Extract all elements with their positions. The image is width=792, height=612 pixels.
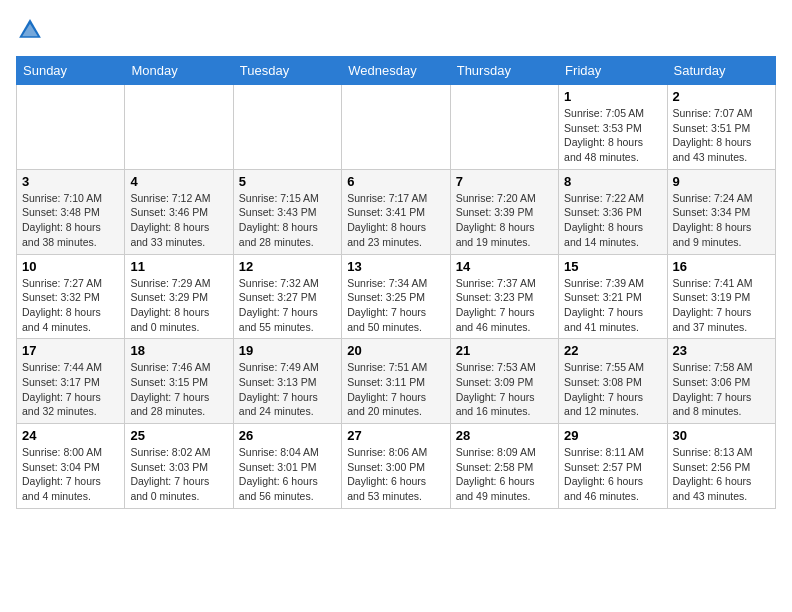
day-number: 13 bbox=[347, 259, 444, 274]
day-number: 19 bbox=[239, 343, 336, 358]
logo bbox=[16, 16, 48, 44]
calendar-cell: 14Sunrise: 7:37 AMSunset: 3:23 PMDayligh… bbox=[450, 254, 558, 339]
column-header-saturday: Saturday bbox=[667, 57, 775, 85]
day-detail: Sunrise: 8:13 AMSunset: 2:56 PMDaylight:… bbox=[673, 445, 770, 504]
day-number: 29 bbox=[564, 428, 661, 443]
day-number: 21 bbox=[456, 343, 553, 358]
calendar-cell: 25Sunrise: 8:02 AMSunset: 3:03 PMDayligh… bbox=[125, 424, 233, 509]
day-detail: Sunrise: 7:34 AMSunset: 3:25 PMDaylight:… bbox=[347, 276, 444, 335]
day-detail: Sunrise: 7:51 AMSunset: 3:11 PMDaylight:… bbox=[347, 360, 444, 419]
day-detail: Sunrise: 7:12 AMSunset: 3:46 PMDaylight:… bbox=[130, 191, 227, 250]
day-number: 26 bbox=[239, 428, 336, 443]
day-detail: Sunrise: 8:02 AMSunset: 3:03 PMDaylight:… bbox=[130, 445, 227, 504]
day-detail: Sunrise: 7:46 AMSunset: 3:15 PMDaylight:… bbox=[130, 360, 227, 419]
calendar-cell: 3Sunrise: 7:10 AMSunset: 3:48 PMDaylight… bbox=[17, 169, 125, 254]
calendar-cell: 24Sunrise: 8:00 AMSunset: 3:04 PMDayligh… bbox=[17, 424, 125, 509]
day-number: 12 bbox=[239, 259, 336, 274]
day-number: 22 bbox=[564, 343, 661, 358]
day-detail: Sunrise: 8:11 AMSunset: 2:57 PMDaylight:… bbox=[564, 445, 661, 504]
day-detail: Sunrise: 7:15 AMSunset: 3:43 PMDaylight:… bbox=[239, 191, 336, 250]
calendar-cell: 27Sunrise: 8:06 AMSunset: 3:00 PMDayligh… bbox=[342, 424, 450, 509]
day-detail: Sunrise: 7:39 AMSunset: 3:21 PMDaylight:… bbox=[564, 276, 661, 335]
calendar-cell: 1Sunrise: 7:05 AMSunset: 3:53 PMDaylight… bbox=[559, 85, 667, 170]
day-number: 17 bbox=[22, 343, 119, 358]
column-header-thursday: Thursday bbox=[450, 57, 558, 85]
calendar-table: SundayMondayTuesdayWednesdayThursdayFrid… bbox=[16, 56, 776, 509]
day-detail: Sunrise: 7:44 AMSunset: 3:17 PMDaylight:… bbox=[22, 360, 119, 419]
day-detail: Sunrise: 7:32 AMSunset: 3:27 PMDaylight:… bbox=[239, 276, 336, 335]
calendar-cell bbox=[125, 85, 233, 170]
calendar-cell: 11Sunrise: 7:29 AMSunset: 3:29 PMDayligh… bbox=[125, 254, 233, 339]
day-detail: Sunrise: 7:20 AMSunset: 3:39 PMDaylight:… bbox=[456, 191, 553, 250]
calendar-cell: 5Sunrise: 7:15 AMSunset: 3:43 PMDaylight… bbox=[233, 169, 341, 254]
calendar-cell: 30Sunrise: 8:13 AMSunset: 2:56 PMDayligh… bbox=[667, 424, 775, 509]
calendar-cell: 23Sunrise: 7:58 AMSunset: 3:06 PMDayligh… bbox=[667, 339, 775, 424]
calendar-cell: 17Sunrise: 7:44 AMSunset: 3:17 PMDayligh… bbox=[17, 339, 125, 424]
day-detail: Sunrise: 7:49 AMSunset: 3:13 PMDaylight:… bbox=[239, 360, 336, 419]
calendar-cell: 7Sunrise: 7:20 AMSunset: 3:39 PMDaylight… bbox=[450, 169, 558, 254]
calendar-cell bbox=[233, 85, 341, 170]
day-number: 7 bbox=[456, 174, 553, 189]
day-detail: Sunrise: 7:10 AMSunset: 3:48 PMDaylight:… bbox=[22, 191, 119, 250]
column-header-friday: Friday bbox=[559, 57, 667, 85]
calendar-cell: 29Sunrise: 8:11 AMSunset: 2:57 PMDayligh… bbox=[559, 424, 667, 509]
day-detail: Sunrise: 7:22 AMSunset: 3:36 PMDaylight:… bbox=[564, 191, 661, 250]
day-number: 18 bbox=[130, 343, 227, 358]
day-detail: Sunrise: 7:05 AMSunset: 3:53 PMDaylight:… bbox=[564, 106, 661, 165]
calendar-cell: 13Sunrise: 7:34 AMSunset: 3:25 PMDayligh… bbox=[342, 254, 450, 339]
calendar-cell: 8Sunrise: 7:22 AMSunset: 3:36 PMDaylight… bbox=[559, 169, 667, 254]
page-header bbox=[16, 16, 776, 44]
day-number: 27 bbox=[347, 428, 444, 443]
calendar-cell: 4Sunrise: 7:12 AMSunset: 3:46 PMDaylight… bbox=[125, 169, 233, 254]
day-number: 10 bbox=[22, 259, 119, 274]
day-number: 2 bbox=[673, 89, 770, 104]
calendar-cell: 20Sunrise: 7:51 AMSunset: 3:11 PMDayligh… bbox=[342, 339, 450, 424]
calendar-cell: 21Sunrise: 7:53 AMSunset: 3:09 PMDayligh… bbox=[450, 339, 558, 424]
calendar-cell: 19Sunrise: 7:49 AMSunset: 3:13 PMDayligh… bbox=[233, 339, 341, 424]
day-number: 9 bbox=[673, 174, 770, 189]
day-detail: Sunrise: 7:24 AMSunset: 3:34 PMDaylight:… bbox=[673, 191, 770, 250]
calendar-cell: 9Sunrise: 7:24 AMSunset: 3:34 PMDaylight… bbox=[667, 169, 775, 254]
day-number: 20 bbox=[347, 343, 444, 358]
calendar-cell: 2Sunrise: 7:07 AMSunset: 3:51 PMDaylight… bbox=[667, 85, 775, 170]
column-header-monday: Monday bbox=[125, 57, 233, 85]
calendar-cell: 15Sunrise: 7:39 AMSunset: 3:21 PMDayligh… bbox=[559, 254, 667, 339]
day-number: 6 bbox=[347, 174, 444, 189]
day-number: 5 bbox=[239, 174, 336, 189]
calendar-week-row: 1Sunrise: 7:05 AMSunset: 3:53 PMDaylight… bbox=[17, 85, 776, 170]
calendar-week-row: 17Sunrise: 7:44 AMSunset: 3:17 PMDayligh… bbox=[17, 339, 776, 424]
calendar-cell: 26Sunrise: 8:04 AMSunset: 3:01 PMDayligh… bbox=[233, 424, 341, 509]
day-number: 8 bbox=[564, 174, 661, 189]
day-detail: Sunrise: 7:41 AMSunset: 3:19 PMDaylight:… bbox=[673, 276, 770, 335]
column-header-tuesday: Tuesday bbox=[233, 57, 341, 85]
day-number: 30 bbox=[673, 428, 770, 443]
day-number: 28 bbox=[456, 428, 553, 443]
day-number: 23 bbox=[673, 343, 770, 358]
day-detail: Sunrise: 7:37 AMSunset: 3:23 PMDaylight:… bbox=[456, 276, 553, 335]
day-number: 16 bbox=[673, 259, 770, 274]
day-number: 15 bbox=[564, 259, 661, 274]
calendar-cell bbox=[450, 85, 558, 170]
day-detail: Sunrise: 7:58 AMSunset: 3:06 PMDaylight:… bbox=[673, 360, 770, 419]
day-number: 11 bbox=[130, 259, 227, 274]
day-detail: Sunrise: 7:53 AMSunset: 3:09 PMDaylight:… bbox=[456, 360, 553, 419]
calendar-cell: 16Sunrise: 7:41 AMSunset: 3:19 PMDayligh… bbox=[667, 254, 775, 339]
day-number: 24 bbox=[22, 428, 119, 443]
day-number: 4 bbox=[130, 174, 227, 189]
calendar-cell: 12Sunrise: 7:32 AMSunset: 3:27 PMDayligh… bbox=[233, 254, 341, 339]
column-header-wednesday: Wednesday bbox=[342, 57, 450, 85]
day-detail: Sunrise: 8:09 AMSunset: 2:58 PMDaylight:… bbox=[456, 445, 553, 504]
calendar-header-row: SundayMondayTuesdayWednesdayThursdayFrid… bbox=[17, 57, 776, 85]
calendar-week-row: 3Sunrise: 7:10 AMSunset: 3:48 PMDaylight… bbox=[17, 169, 776, 254]
day-detail: Sunrise: 8:04 AMSunset: 3:01 PMDaylight:… bbox=[239, 445, 336, 504]
day-detail: Sunrise: 7:17 AMSunset: 3:41 PMDaylight:… bbox=[347, 191, 444, 250]
day-detail: Sunrise: 7:27 AMSunset: 3:32 PMDaylight:… bbox=[22, 276, 119, 335]
day-detail: Sunrise: 8:06 AMSunset: 3:00 PMDaylight:… bbox=[347, 445, 444, 504]
calendar-cell bbox=[17, 85, 125, 170]
day-number: 14 bbox=[456, 259, 553, 274]
day-detail: Sunrise: 7:29 AMSunset: 3:29 PMDaylight:… bbox=[130, 276, 227, 335]
day-number: 3 bbox=[22, 174, 119, 189]
day-detail: Sunrise: 7:07 AMSunset: 3:51 PMDaylight:… bbox=[673, 106, 770, 165]
calendar-week-row: 24Sunrise: 8:00 AMSunset: 3:04 PMDayligh… bbox=[17, 424, 776, 509]
column-header-sunday: Sunday bbox=[17, 57, 125, 85]
